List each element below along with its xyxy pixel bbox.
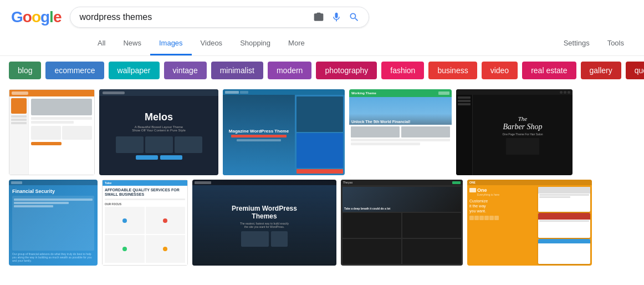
- search-input[interactable]: wordpress themes: [79, 12, 308, 22]
- thumbnail-9[interactable]: Theyax Take a deep breath it could do a …: [341, 180, 463, 266]
- thumbnail-7[interactable]: Takw AFFORDABLE QUALITY SERVICES FORSMAL…: [102, 180, 188, 266]
- chip-wallpaper[interactable]: wallpaper: [109, 62, 160, 79]
- chip-blog[interactable]: blog: [9, 62, 41, 79]
- thumbnail-4[interactable]: Working Theme Unlock The 5th World Finan…: [349, 89, 452, 175]
- nav-news[interactable]: News: [114, 32, 150, 55]
- thumbnail-6[interactable]: Financial Security Our group of financia…: [9, 180, 98, 266]
- search-bar: wordpress themes: [70, 7, 369, 28]
- image-grid: Melos A Beautiful Boxed Layout ThemeShow…: [0, 85, 644, 270]
- thumbnail-2[interactable]: Melos A Beautiful Boxed Layout ThemeShow…: [99, 89, 218, 175]
- chip-photography[interactable]: photography: [316, 62, 377, 79]
- nav-shopping[interactable]: Shopping: [231, 32, 279, 55]
- chip-business[interactable]: business: [428, 62, 477, 79]
- chip-minimalist[interactable]: minimalist: [211, 62, 263, 79]
- chip-real-estate[interactable]: real estate: [522, 62, 576, 79]
- nav-tools[interactable]: Tools: [599, 32, 633, 55]
- image-row-1: Melos A Beautiful Boxed Layout ThemeShow…: [9, 89, 635, 175]
- nav-more[interactable]: More: [279, 32, 314, 55]
- filter-bar: blog ecommerce wallpaper vintage minimal…: [0, 56, 644, 85]
- header: Google wordpress themes: [0, 0, 644, 32]
- search-icons: [313, 12, 360, 23]
- nav-settings[interactable]: Settings: [555, 32, 599, 55]
- google-logo[interactable]: Google: [11, 8, 61, 26]
- nav-videos[interactable]: Videos: [192, 32, 232, 55]
- search-button[interactable]: [349, 12, 360, 23]
- chip-gallery[interactable]: gallery: [581, 62, 621, 79]
- nav: All News Images Videos Shopping More Set…: [0, 32, 644, 56]
- image-row-2: Financial Security Our group of financia…: [9, 180, 635, 266]
- chip-ecommerce[interactable]: ecommerce: [45, 62, 104, 79]
- thumbnail-10[interactable]: ONE One Everything is here Customizeit t…: [467, 180, 592, 266]
- voice-search-button[interactable]: [331, 12, 342, 23]
- thumbnail-3[interactable]: Magazine WordPress Theme: [223, 89, 345, 175]
- chip-fashion[interactable]: fashion: [381, 62, 424, 79]
- thumbnail-5[interactable]: TheBarber Shop One Page Theme For Hair S…: [456, 89, 573, 175]
- nav-all[interactable]: All: [89, 32, 114, 55]
- camera-search-button[interactable]: [313, 12, 324, 23]
- thumbnail-8[interactable]: Premium WordPress Themes The easiest, fa…: [192, 180, 336, 266]
- nav-images[interactable]: Images: [150, 32, 192, 55]
- chip-quote[interactable]: quote: [626, 62, 644, 79]
- chip-modern[interactable]: modern: [268, 62, 311, 79]
- thumbnail-1[interactable]: [9, 89, 95, 175]
- chip-vintage[interactable]: vintage: [164, 62, 207, 79]
- chip-video[interactable]: video: [482, 62, 518, 79]
